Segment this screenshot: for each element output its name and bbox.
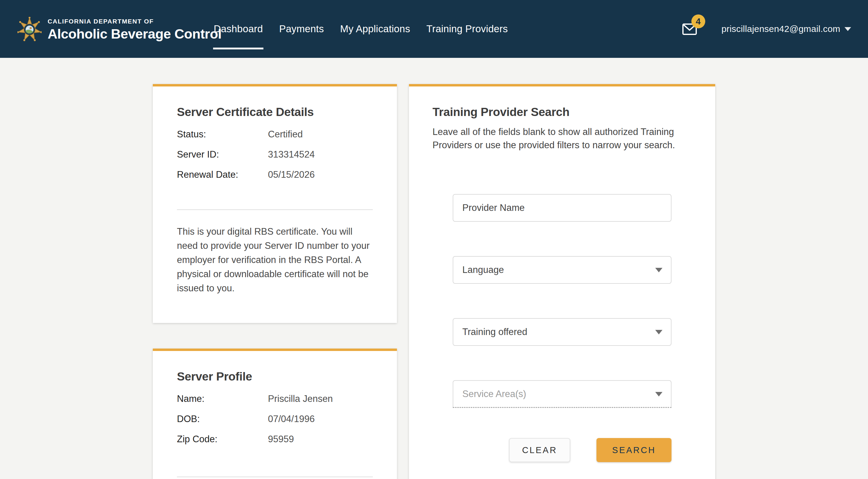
profile-rows: Name: Priscilla Jensen DOB: 07/04/1996 Z… xyxy=(177,393,373,445)
caret-down-icon xyxy=(655,392,662,396)
row-dob: DOB: 07/04/1996 xyxy=(177,413,373,425)
certificate-description: This is your digital RBS certificate. Yo… xyxy=(177,224,373,295)
service-areas-select: Service Area(s) xyxy=(453,380,672,408)
card-title: Training Provider Search xyxy=(433,105,692,119)
divider xyxy=(177,210,373,210)
row-label: DOB: xyxy=(177,413,268,425)
caret-down-icon[interactable] xyxy=(844,27,851,31)
search-actions: CLEAR SEARCH xyxy=(453,438,672,462)
nav-tab-my-applications[interactable]: My Applications xyxy=(340,0,410,58)
dob-value: 07/04/1996 xyxy=(268,413,373,425)
brand-name: Alcoholic Beverage Control xyxy=(48,26,221,42)
language-select[interactable]: Language xyxy=(453,256,672,284)
caret-down-icon xyxy=(655,268,662,272)
account-area: 4 priscillajensen42@gmail.com xyxy=(682,0,851,58)
service-areas-select-label: Service Area(s) xyxy=(462,389,526,400)
row-label: Status: xyxy=(177,128,268,140)
main-nav: Dashboard Payments My Applications Train… xyxy=(214,0,508,58)
app-header: CALIFORNIA DEPARTMENT OF Alcoholic Bever… xyxy=(0,0,868,58)
card-title: Server Certificate Details xyxy=(177,105,373,119)
row-label: Name: xyxy=(177,393,268,405)
row-label: Zip Code: xyxy=(177,433,268,445)
nav-tab-payments[interactable]: Payments xyxy=(279,0,324,58)
row-zip-code: Zip Code: 95959 xyxy=(177,433,373,445)
renewal-date-value: 05/15/2026 xyxy=(268,169,373,181)
notification-count-badge: 4 xyxy=(691,14,705,28)
row-server-id: Server ID: 313314524 xyxy=(177,149,373,161)
caret-down-icon xyxy=(655,330,662,334)
training-offered-select[interactable]: Training offered xyxy=(453,318,672,346)
card-title: Server Profile xyxy=(177,370,373,383)
name-value: Priscilla Jensen xyxy=(268,393,373,405)
server-id-value: 313314524 xyxy=(268,149,373,161)
status-value: Certified xyxy=(268,128,373,140)
brand-dept-line: CALIFORNIA DEPARTMENT OF xyxy=(48,18,221,25)
search-instructions: Leave all of the fields blank to show al… xyxy=(433,125,683,152)
certificate-rows: Status: Certified Server ID: 313314524 R… xyxy=(177,128,373,181)
row-label: Server ID: xyxy=(177,149,268,161)
provider-name-input[interactable] xyxy=(462,202,662,213)
search-button[interactable]: SEARCH xyxy=(596,438,672,462)
abc-star-badge-icon xyxy=(18,17,41,43)
clear-button[interactable]: CLEAR xyxy=(509,438,570,462)
training-offered-select-label: Training offered xyxy=(462,326,527,338)
brand: CALIFORNIA DEPARTMENT OF Alcoholic Bever… xyxy=(18,17,221,43)
language-select-label: Language xyxy=(462,264,504,275)
row-renewal-date: Renewal Date: 05/15/2026 xyxy=(177,169,373,181)
notifications-button[interactable]: 4 xyxy=(682,23,697,35)
divider xyxy=(177,477,373,477)
zip-code-value: 95959 xyxy=(268,433,373,445)
row-name: Name: Priscilla Jensen xyxy=(177,393,373,405)
server-certificate-card: Server Certificate Details Status: Certi… xyxy=(153,84,397,323)
training-provider-search-card: Training Provider Search Leave all of th… xyxy=(409,84,715,479)
brand-text: CALIFORNIA DEPARTMENT OF Alcoholic Bever… xyxy=(48,18,221,42)
search-form: Language Training offered Service Area(s… xyxy=(453,194,672,408)
nav-tab-training-providers[interactable]: Training Providers xyxy=(427,0,508,58)
provider-name-field-wrap xyxy=(453,194,672,222)
nav-tab-dashboard[interactable]: Dashboard xyxy=(214,0,263,58)
user-email-menu[interactable]: priscillajensen42@gmail.com xyxy=(721,24,840,34)
server-profile-card: Server Profile Name: Priscilla Jensen DO… xyxy=(153,349,397,479)
row-label: Renewal Date: xyxy=(177,169,268,181)
row-status: Status: Certified xyxy=(177,128,373,140)
